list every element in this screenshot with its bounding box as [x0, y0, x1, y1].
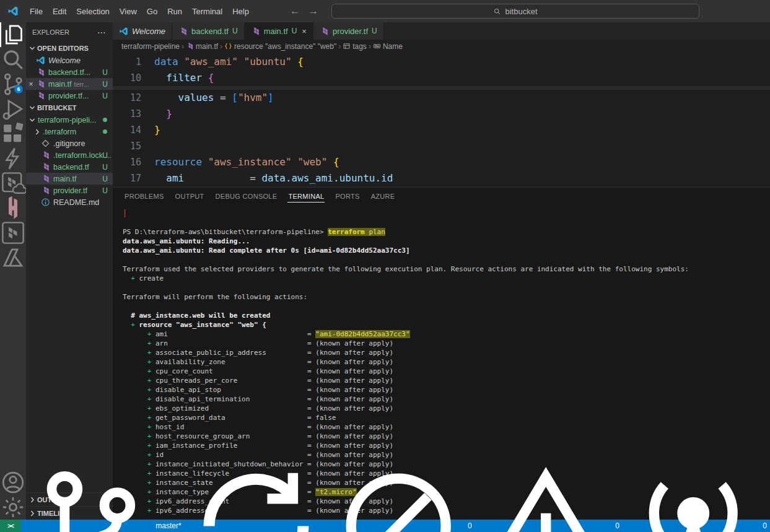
activity-search[interactable] [0, 47, 26, 72]
code-line-15: 15 [113, 138, 770, 154]
tree-item-label: README.md [53, 198, 99, 207]
open-editor-main.tf[interactable]: ×main.tfterr...U [26, 78, 113, 90]
menu-file[interactable]: File [25, 4, 48, 19]
breadcrumb-label: tags [352, 42, 367, 51]
code-line-14: 14} [113, 122, 770, 138]
activity-azure[interactable] [0, 245, 26, 270]
panel-tab-azure[interactable]: AZURE [370, 190, 396, 203]
activity-terraform[interactable] [0, 220, 26, 245]
terminal-line: + cpu_core_count = (known after apply) [123, 367, 770, 376]
tab-provider.tf[interactable]: provider.tfU [313, 22, 384, 40]
tab-backend.tf[interactable]: backend.tfU [172, 22, 245, 40]
source-control-icon [0, 71, 26, 97]
panel-tab-debug-console[interactable]: DEBUG CONSOLE [215, 190, 278, 203]
tree-folder-terraform-pipeli...[interactable]: terraform-pipeli... [26, 114, 113, 126]
panel-tab-output[interactable]: OUTPUT [175, 190, 205, 203]
line-number: 13 [113, 106, 141, 122]
git-status-badge: U [102, 80, 108, 89]
tree-file-provider.tf[interactable]: provider.tfU [26, 185, 113, 196]
activity-explorer[interactable] [0, 22, 26, 47]
panel-tab-terminal[interactable]: TERMINAL [287, 190, 325, 203]
tree-file-.gitignore[interactable]: .gitignore [26, 137, 113, 149]
line-number: 14 [113, 122, 141, 138]
status-git-branch[interactable]: master* [21, 520, 185, 532]
terraform-file-icon [41, 174, 50, 183]
menu-edit[interactable]: Edit [48, 4, 71, 19]
remote-indicator[interactable]: >< [0, 520, 21, 532]
breadcrumb-separator: › [369, 42, 371, 51]
chevron-right-icon[interactable] [33, 128, 41, 136]
terminal-line: + host_resource_group_arn = (known after… [123, 432, 770, 441]
menu-go[interactable]: Go [142, 4, 162, 19]
activity-thunder-client[interactable] [0, 146, 26, 171]
menu-view[interactable]: View [115, 4, 142, 19]
terminal-line: + iam_instance_profile = (known after ap… [123, 441, 770, 450]
code-text: values = ["hvm"] [141, 90, 274, 106]
terminal-line: Terraform will perform the following act… [123, 292, 770, 302]
close-icon[interactable]: × [26, 80, 36, 89]
status-warnings[interactable]: 0 [475, 520, 623, 532]
git-status-badge: U [102, 175, 108, 183]
scm-changes-badge: 6 [14, 85, 23, 94]
menu-selection[interactable]: Selection [71, 4, 114, 19]
code-line-1: 1data "aws_ami" "ubuntu" { [113, 54, 770, 70]
terminal-line [123, 255, 770, 264]
activity-run-and-debug[interactable] [0, 97, 26, 121]
more-actions-icon[interactable]: ⋯ [97, 27, 107, 37]
error-icon [331, 458, 466, 532]
breadcrumb-item[interactable]: tags [343, 42, 367, 51]
open-editor-Welcome[interactable]: Welcome [26, 55, 113, 66]
nav-forward-button[interactable]: → [308, 6, 318, 17]
open-editor-backend.tf...[interactable]: backend.tf...U [26, 66, 113, 78]
code-text: ami = data.aws_ami.ubuntu.id [141, 170, 393, 186]
nav-back-button[interactable]: ← [290, 6, 300, 17]
terminal-line: │ [123, 209, 770, 218]
search-value: bitbucket [505, 7, 537, 16]
menu-terminal[interactable]: Terminal [187, 4, 227, 19]
section-open-editors[interactable]: OPEN EDITORS [26, 42, 113, 55]
tree-file-.terraform.lock....[interactable]: .terraform.lock....U [26, 149, 113, 161]
terminal-line: + cpu_threads_per_core = (known after ap… [123, 376, 770, 385]
menu-run[interactable]: Run [162, 4, 187, 19]
file-tree: terraform-pipeli....terraform.gitignore.… [26, 114, 113, 208]
activity-extensions[interactable] [0, 121, 26, 146]
sidebar-title: EXPLORER [32, 28, 69, 36]
code-editor[interactable]: 1data "aws_ami" "ubuntu" {10 filter {12 … [113, 53, 770, 187]
panel-tab-problems[interactable]: PROBLEMS [124, 190, 165, 203]
chevron-down-icon[interactable] [28, 116, 36, 124]
code-text: resource "aws_instance" "web" { [141, 154, 339, 170]
breadcrumb-item[interactable]: main.tf [186, 42, 218, 51]
terraform-box-icon [0, 220, 26, 246]
tree-file-main.tf[interactable]: main.tfU [26, 173, 113, 185]
breadcrumb-item[interactable]: terraform-pipeline [121, 42, 180, 51]
line-number: 15 [113, 138, 141, 154]
tab-main.tf[interactable]: main.tfU× [245, 22, 313, 40]
tree-item-label: .terraform [43, 128, 76, 136]
activity-hashicorp[interactable] [0, 196, 26, 220]
tree-file-backend.tf[interactable]: backend.tfU [26, 161, 113, 173]
section-workspace[interactable]: BITBUCKET [26, 102, 113, 114]
activity-terraform-cloud[interactable] [0, 171, 26, 196]
status-sync[interactable] [185, 520, 328, 532]
command-center-search[interactable]: bitbucket [331, 4, 699, 19]
open-editors-list: Welcomebackend.tf...U×main.tfterr...Upro… [26, 55, 113, 102]
status-errors[interactable]: 0 [328, 520, 475, 532]
status-ports-forwarded[interactable]: 0 [623, 520, 770, 532]
activity-manage[interactable] [0, 495, 26, 520]
activity-accounts[interactable] [0, 470, 26, 495]
code-text: } [141, 122, 160, 138]
menu-help[interactable]: Help [227, 4, 254, 19]
close-icon[interactable]: × [302, 27, 307, 36]
tab-welcome[interactable]: Welcome [113, 22, 172, 40]
status-items: master*000 [21, 520, 770, 532]
explorer-sidebar: EXPLORER ⋯ OPEN EDITORS Welcomebackend.t… [26, 22, 113, 520]
panel-tab-ports[interactable]: PORTS [335, 190, 360, 203]
breadcrumb-item[interactable]: Name [373, 42, 403, 51]
breadcrumb-item[interactable]: resource "aws_instance" "web" [224, 42, 336, 51]
activity-source-control[interactable]: 6 [0, 72, 26, 97]
tree-file-README.md[interactable]: README.md [26, 196, 113, 208]
tree-folder-.terraform[interactable]: .terraform [26, 126, 113, 137]
open-editor-provider.tf...[interactable]: provider.tf...U [26, 90, 113, 102]
terminal-line: + ebs_optimized = (known after apply) [123, 404, 770, 413]
git-modified-dot [103, 118, 107, 122]
